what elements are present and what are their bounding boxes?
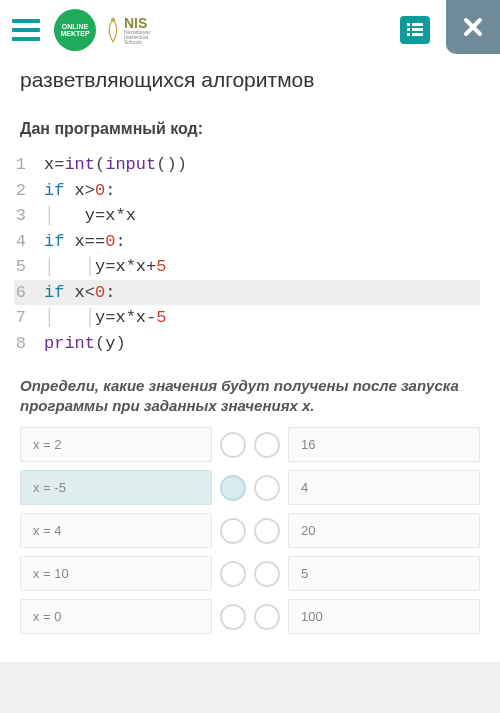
code-block: 1x=int(input()) 2if x>0: 3│ y=x*x 4if x=… bbox=[14, 152, 480, 356]
code-line-7: │ │y=x*x-5 bbox=[44, 305, 166, 331]
code-prompt: Дан программный код: bbox=[20, 120, 480, 138]
page-title: разветвляющихся алгоритмов bbox=[20, 68, 480, 92]
left-radio[interactable] bbox=[220, 561, 246, 587]
pair-row: x = 10 5 bbox=[20, 556, 480, 591]
code-line-1: x=int(input()) bbox=[44, 152, 187, 178]
menu-icon[interactable] bbox=[12, 19, 40, 41]
left-radio[interactable] bbox=[220, 432, 246, 458]
logo-text-2: MEKTEP bbox=[60, 30, 89, 37]
code-line-6: if x<0: bbox=[44, 280, 115, 306]
pair-row: x = 2 16 bbox=[20, 427, 480, 462]
right-radio[interactable] bbox=[254, 475, 280, 501]
code-line-8: print(y) bbox=[44, 331, 126, 357]
code-line-2: if x>0: bbox=[44, 178, 115, 204]
content-card: разветвляющихся алгоритмов Дан программн… bbox=[0, 60, 500, 662]
svg-point-0 bbox=[111, 18, 115, 22]
online-mektep-logo: ONLINE MEKTEP bbox=[54, 9, 96, 51]
line-number: 6 bbox=[14, 280, 44, 306]
left-radio[interactable] bbox=[220, 604, 246, 630]
left-option[interactable]: x = -5 bbox=[20, 470, 212, 505]
line-number: 5 bbox=[14, 254, 44, 280]
right-radio[interactable] bbox=[254, 432, 280, 458]
right-radio[interactable] bbox=[254, 561, 280, 587]
pair-row: x = -5 4 bbox=[20, 470, 480, 505]
question-text: Определи, какие значения будут получены … bbox=[20, 376, 480, 415]
line-number: 2 bbox=[14, 178, 44, 204]
right-radio[interactable] bbox=[254, 604, 280, 630]
right-option[interactable]: 20 bbox=[288, 513, 480, 548]
svg-rect-4 bbox=[412, 28, 423, 31]
line-number: 7 bbox=[14, 305, 44, 331]
nis-sub-3: Schools bbox=[124, 40, 151, 45]
matching-area: x = 2 16 x = -5 4 x = 4 20 x = 10 5 x = … bbox=[20, 427, 480, 634]
svg-rect-2 bbox=[412, 23, 423, 26]
left-option[interactable]: x = 10 bbox=[20, 556, 212, 591]
svg-rect-6 bbox=[412, 33, 423, 36]
svg-rect-1 bbox=[407, 23, 410, 26]
line-number: 3 bbox=[14, 203, 44, 229]
right-option[interactable]: 5 bbox=[288, 556, 480, 591]
line-number: 8 bbox=[14, 331, 44, 357]
left-option[interactable]: x = 2 bbox=[20, 427, 212, 462]
left-option[interactable]: x = 0 bbox=[20, 599, 212, 634]
list-button[interactable] bbox=[400, 16, 430, 44]
right-option[interactable]: 100 bbox=[288, 599, 480, 634]
left-radio[interactable] bbox=[220, 475, 246, 501]
svg-rect-5 bbox=[407, 33, 410, 36]
logo-text-1: ONLINE bbox=[62, 23, 88, 30]
line-number: 1 bbox=[14, 152, 44, 178]
nis-label: NIS bbox=[124, 16, 151, 30]
right-radio[interactable] bbox=[254, 518, 280, 544]
pair-row: x = 4 20 bbox=[20, 513, 480, 548]
code-line-5: │ │y=x*x+5 bbox=[44, 254, 166, 280]
pair-row: x = 0 100 bbox=[20, 599, 480, 634]
code-line-4: if x==0: bbox=[44, 229, 126, 255]
line-number: 4 bbox=[14, 229, 44, 255]
right-option[interactable]: 16 bbox=[288, 427, 480, 462]
code-line-3: │ y=x*x bbox=[44, 203, 136, 229]
left-option[interactable]: x = 4 bbox=[20, 513, 212, 548]
left-radio[interactable] bbox=[220, 518, 246, 544]
right-option[interactable]: 4 bbox=[288, 470, 480, 505]
nis-logo: NIS Nazarbayev Intellectual Schools bbox=[104, 16, 151, 45]
close-button[interactable] bbox=[446, 0, 500, 54]
app-header: ONLINE MEKTEP NIS Nazarbayev Intellectua… bbox=[0, 0, 500, 60]
svg-rect-3 bbox=[407, 28, 410, 31]
